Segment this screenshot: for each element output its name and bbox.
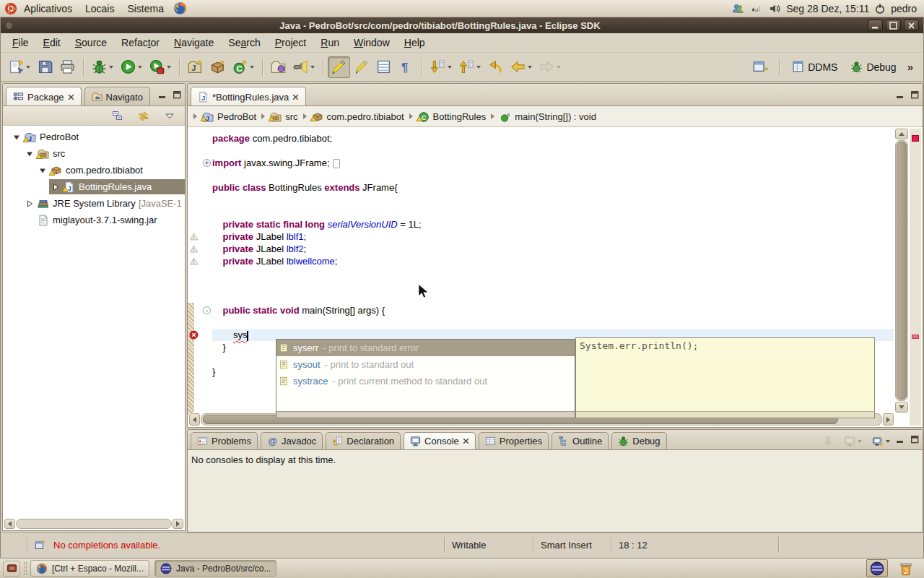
new-button[interactable] — [5, 56, 34, 78]
minimize-button[interactable] — [868, 20, 883, 31]
code-line[interactable] — [188, 267, 894, 280]
tree-item-jre-system-library[interactable]: JRE System Library [JavaSE-1 — [3, 195, 185, 212]
warning-marker-icon[interactable] — [189, 256, 199, 266]
code-line[interactable]: private JLabel lblwellcome; — [188, 255, 894, 267]
maximize-view-icon[interactable] — [911, 435, 919, 446]
desktop-menu-aplicativos[interactable]: Aplicativos — [17, 3, 79, 14]
tab-declaration[interactable]: Declaration — [326, 432, 401, 449]
code-line[interactable]: +import javax.swing.JFrame; — [188, 157, 894, 169]
next-annotation-button[interactable] — [427, 56, 456, 78]
new-java-project-button[interactable]: J — [184, 56, 206, 78]
code-line[interactable]: public class BottingRules extends JFrame… — [188, 181, 894, 194]
collapse-arrow-icon[interactable] — [37, 167, 48, 174]
previous-annotation-button[interactable] — [456, 56, 484, 78]
close-tab-icon[interactable] — [292, 92, 299, 103]
project-tree[interactable]: JPedroBotsrccom.pedro.tibiabotJBottingRu… — [3, 126, 185, 519]
tab-problems[interactable]: Problems — [191, 432, 258, 449]
breadcrumb-pedrobot[interactable]: JPedroBot — [202, 111, 256, 122]
breadcrumb-main-string-void[interactable]: smain(String[]) : void — [500, 111, 596, 122]
completion-item-syserr[interactable]: syserr - print to standard error — [276, 340, 575, 356]
pin-console-button[interactable] — [820, 434, 836, 449]
breadcrumb-bottingrules[interactable]: CBottingRules — [418, 111, 487, 122]
code-line[interactable] — [188, 169, 894, 181]
tab--bottingrules-java[interactable]: J*BottingRules.java — [191, 87, 306, 106]
new-class-button[interactable]: C — [229, 56, 258, 78]
menu-help[interactable]: Help — [397, 37, 432, 48]
code-line[interactable]: - public static void main(String[] args)… — [188, 304, 894, 316]
scroll-down-icon[interactable] — [895, 402, 908, 413]
tab-debug[interactable]: Debug — [611, 432, 666, 449]
tab-outline[interactable]: Outline — [552, 432, 609, 449]
menu-run[interactable]: Run — [313, 37, 346, 48]
highlight-button[interactable] — [350, 56, 372, 78]
debug-button[interactable] — [88, 56, 117, 78]
editor-vertical-scrollbar[interactable] — [895, 129, 908, 413]
minimize-view-icon[interactable] — [897, 435, 905, 446]
minimize-view-icon[interactable] — [159, 90, 167, 101]
scroll-right-icon[interactable] — [173, 519, 183, 529]
tray-eclipse-icon[interactable] — [866, 559, 888, 577]
fold-expand-icon[interactable]: + — [203, 159, 211, 167]
perspective-ddms-button[interactable]: DDMS — [787, 59, 842, 75]
code-line[interactable]: private JLabel lblf2; — [188, 243, 894, 255]
collapse-arrow-icon[interactable] — [24, 150, 35, 158]
tree-item-src[interactable]: src — [3, 145, 185, 162]
window-menu-icon[interactable] — [6, 22, 12, 29]
tab-javadoc[interactable]: @Javadoc — [261, 432, 323, 449]
open-type-button[interactable] — [267, 56, 289, 78]
close-tab-icon[interactable] — [463, 436, 469, 447]
maximize-view-icon[interactable] — [173, 90, 181, 101]
mark-occurrences-button[interactable] — [328, 56, 350, 78]
explorer-horizontal-scrollbar[interactable] — [4, 519, 183, 529]
clock[interactable]: Seg 28 Dez, 15:11 — [786, 3, 869, 14]
view-menu-button[interactable] — [160, 105, 179, 126]
tray-trash-icon[interactable] — [895, 559, 917, 577]
warning-marker-icon[interactable] — [189, 244, 199, 254]
expand-arrow-icon[interactable] — [50, 184, 61, 191]
expand-arrow-icon[interactable] — [24, 200, 35, 207]
print-button[interactable] — [56, 56, 79, 78]
error-marker[interactable] — [912, 135, 919, 142]
maximize-button[interactable] — [886, 20, 901, 31]
window-titlebar[interactable]: Java - PedroBot/src/com/pedro/tibiabot/B… — [1, 17, 923, 33]
popup-resize-strip[interactable] — [276, 411, 575, 418]
link-with-editor-button[interactable] — [134, 105, 153, 126]
menu-search[interactable]: Search — [221, 37, 267, 48]
breadcrumb-src[interactable]: src — [270, 111, 297, 122]
minimize-editor-icon[interactable] — [897, 90, 905, 101]
desktop-menu-sistema[interactable]: Sistema — [121, 3, 170, 14]
menu-refactor[interactable]: Refactor — [114, 37, 167, 48]
completion-item-sysout[interactable]: sysout - print to standard out — [276, 356, 575, 373]
scroll-right-icon[interactable] — [883, 413, 894, 426]
show-source-button[interactable] — [372, 56, 395, 78]
ubuntu-logo-icon[interactable] — [4, 2, 17, 15]
power-icon[interactable] — [874, 3, 886, 14]
tab-properties[interactable]: Properties — [479, 432, 549, 449]
fold-collapse-icon[interactable]: - — [203, 306, 211, 314]
tree-item-miglayout-3-7-1-swing-jar[interactable]: miglayout-3.7.1-swing.jar — [3, 212, 185, 228]
network-signal-icon[interactable] — [751, 3, 763, 14]
forward-button[interactable] — [536, 56, 565, 78]
firefox-launcher-icon[interactable] — [173, 1, 187, 15]
menu-window[interactable]: Window — [346, 37, 397, 48]
menu-navigate[interactable]: Navigate — [167, 37, 221, 48]
perspective-overflow[interactable]: » — [905, 61, 919, 73]
open-perspective-button[interactable] — [749, 56, 772, 78]
code-line[interactable] — [188, 316, 894, 329]
display-selected-console-button[interactable] — [842, 434, 864, 449]
menu-edit[interactable]: Edit — [36, 37, 68, 48]
tree-item-bottingrules-java[interactable]: JBottingRules.java — [3, 178, 185, 195]
scroll-left-icon[interactable] — [189, 413, 200, 426]
collapse-arrow-icon[interactable] — [11, 134, 22, 141]
error-marker[interactable] — [912, 335, 919, 339]
code-line[interactable]: package com.pedro.tibiabot; — [188, 132, 894, 144]
tree-item-pedrobot[interactable]: JPedroBot — [3, 129, 185, 145]
tab-navigato[interactable]: Navigato — [84, 87, 150, 106]
breadcrumb-com-pedro-tibiabot[interactable]: com.pedro.tibiabot — [312, 111, 404, 122]
code-line[interactable] — [188, 144, 894, 157]
scroll-left-icon[interactable] — [4, 519, 15, 529]
popup-resize-strip[interactable] — [576, 411, 874, 418]
tab-package[interactable]: Package — [6, 87, 82, 106]
close-button[interactable] — [904, 20, 919, 31]
save-button[interactable] — [34, 56, 56, 78]
